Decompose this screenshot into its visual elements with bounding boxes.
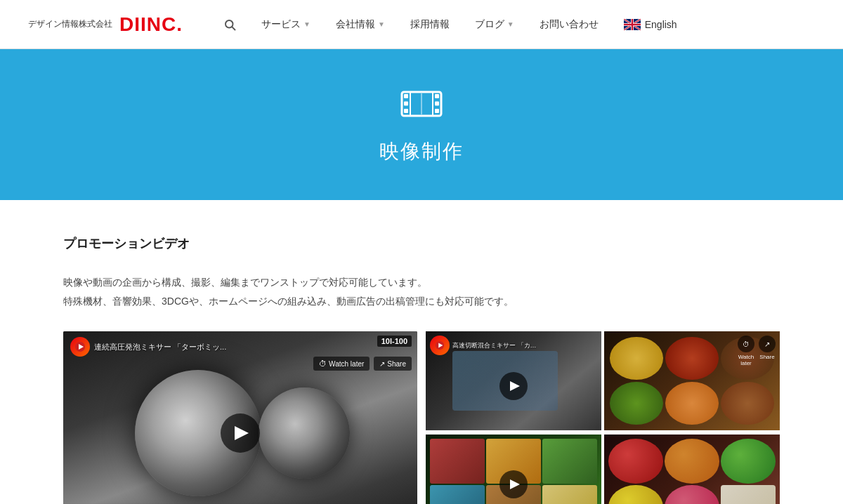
svg-rect-15 — [435, 94, 439, 98]
video-title-text: 連続高圧発泡ミキサー 「ターボミッ... — [94, 342, 226, 352]
video-title-r1: 高速切断混合ミキサー 「カッターミ... — [452, 341, 537, 350]
chevron-down-icon: ▼ — [507, 20, 514, 28]
video-counter: 10I-100 — [377, 336, 412, 347]
hero-film-icon — [400, 86, 443, 127]
video-thumb-main[interactable]: 連続高圧発泡ミキサー 「ターボミッ... 10I-100 ⏱ Watch lat… — [63, 331, 417, 504]
main-nav: サービス ▼ 会社情報 ▼ 採用情報 ブログ ▼ お問い合わせ — [211, 0, 815, 49]
svg-line-1 — [232, 27, 235, 29]
play-button-r3[interactable] — [499, 470, 528, 498]
search-button[interactable] — [211, 0, 249, 49]
nav-services[interactable]: サービス ▼ — [249, 0, 323, 49]
video-thumb-right-3[interactable] — [426, 435, 601, 504]
nav-contact[interactable]: お問い合わせ — [527, 0, 611, 49]
svg-rect-17 — [435, 109, 439, 113]
site-header: デザイン情報株式会社 DIINC. サービス ▼ 会社情報 ▼ 採用情報 ブログ… — [0, 0, 843, 49]
logo-jp-text: デザイン情報株式会社 — [28, 18, 112, 30]
svg-rect-16 — [435, 102, 439, 106]
video-thumb-right-4[interactable] — [604, 435, 780, 504]
share-icon[interactable]: ↗ — [759, 336, 776, 352]
video-thumb-right-2[interactable]: ⏱ ↗ Watch later Share — [604, 331, 780, 430]
chevron-down-icon: ▼ — [378, 20, 385, 28]
channel-badge: 連続高圧発泡ミキサー 「ターボミッ... — [70, 337, 226, 357]
watch-later-label: Watch later — [738, 354, 754, 366]
hero-banner: 映像制作 — [0, 51, 843, 200]
video-thumb-right-1[interactable]: 高速切断混合ミキサー 「カッターミ... — [426, 331, 601, 430]
video-right-panel: 高速切断混合ミキサー 「カッターミ... — [426, 331, 780, 504]
logo-area[interactable]: デザイン情報株式会社 DIINC. — [28, 13, 183, 36]
channel-badge-r1: 高速切断混合ミキサー 「カッターミ... — [430, 336, 537, 355]
play-button-main[interactable] — [221, 413, 260, 453]
nav-blog[interactable]: ブログ ▼ — [462, 0, 527, 49]
hero-title: 映像制作 — [379, 138, 464, 165]
svg-rect-13 — [404, 102, 408, 106]
section-title: プロモーションビデオ — [63, 235, 780, 259]
svg-rect-14 — [404, 109, 408, 113]
watch-later-btn[interactable]: ⏱ Watch later — [313, 357, 370, 371]
video-grid: 連続高圧発泡ミキサー 「ターボミッ... 10I-100 ⏱ Watch lat… — [63, 331, 780, 504]
section-description: 映像や動画の企画から構成、撮影、編集までワンストップで対応可能しています。 特殊… — [63, 273, 780, 310]
share-btn[interactable]: ↗ Share — [374, 357, 412, 371]
share-label: Share — [759, 354, 776, 366]
play-button-r1[interactable] — [499, 372, 528, 400]
video-left-panel: 連続高圧発泡ミキサー 「ターボミッ... 10I-100 ⏱ Watch lat… — [63, 331, 417, 504]
flag-uk-icon — [624, 19, 641, 30]
watch-later-icon[interactable]: ⏱ — [738, 336, 754, 352]
main-content: プロモーションビデオ 映像や動画の企画から構成、撮影、編集までワンストップで対応… — [35, 200, 808, 504]
language-switcher[interactable]: English — [611, 19, 690, 30]
nav-recruitment[interactable]: 採用情報 — [398, 0, 462, 49]
svg-rect-12 — [404, 94, 408, 98]
logo-en-text: DIINC. — [119, 13, 183, 36]
nav-company[interactable]: 会社情報 ▼ — [323, 0, 398, 49]
chevron-down-icon: ▼ — [303, 20, 311, 28]
watchlater-share-area: ⏱ ↗ Watch later Share — [738, 336, 776, 366]
channel-icon — [70, 337, 90, 357]
video-actions: ⏱ Watch later ↗ Share — [313, 357, 412, 371]
svg-rect-10 — [624, 23, 641, 25]
channel-icon-r1 — [430, 336, 450, 355]
language-label: English — [645, 19, 677, 30]
